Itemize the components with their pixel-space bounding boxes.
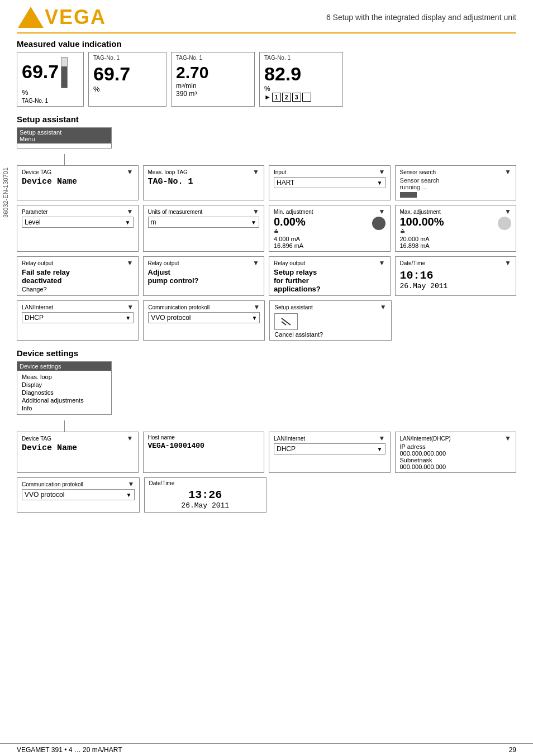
comm-protocol-setup-dropdown[interactable]: VVO protocol ▼ — [148, 312, 260, 323]
units-dropdown[interactable]: m ▼ — [148, 217, 260, 228]
icon-row-4: ► 1 2 3 — [264, 93, 338, 102]
unit-2: % — [93, 85, 161, 93]
lan-internet-dhcp-card[interactable]: LAN/Internet(DHCP) ▼ IP adress 000.000.0… — [395, 432, 517, 473]
measured-value-section: Measured value indication 69.7 % TAG-No.… — [17, 39, 516, 107]
tag-no-1: TAG-No. 1 — [22, 98, 79, 104]
menu-item-info[interactable]: Info — [22, 404, 107, 412]
measured-box-3: TAG-No. 1 2.70 m³/min 390 m³ — [171, 52, 255, 107]
arrow-icon-device-tag-settings: ▼ — [127, 434, 134, 442]
meas-loop-tag-value: TAG-No. 1 — [148, 177, 260, 186]
arrow-icon-input: ▼ — [379, 168, 386, 176]
device-settings-row-1: Device TAG ▼ Device Name Host name VEGA-… — [17, 432, 516, 473]
device-tag-card[interactable]: Device TAG ▼ Device Name — [17, 165, 139, 200]
relay-output-2-value: Adjustpump control? — [148, 268, 260, 285]
vega-logo-icon — [17, 6, 45, 29]
date-time-settings-value: 13:26 — [149, 489, 262, 501]
arrow-icon-comm-settings: ▼ — [128, 480, 135, 488]
input-dropdown[interactable]: HART ▼ — [274, 177, 386, 188]
sub-unit-3: 390 m³ — [176, 90, 250, 98]
relay-output-1-sub: Change? — [22, 286, 134, 293]
min-adj-sub2: 4.000 mA — [274, 236, 306, 242]
footer-right: 29 — [509, 746, 516, 754]
relay-output-2-label: Relay output ▼ — [148, 259, 260, 267]
empty-box-icon — [302, 93, 311, 102]
menu-item-additional[interactable]: Additional adjustments — [22, 396, 107, 404]
lan-internet-setup-dropdown[interactable]: DHCP ▼ — [22, 312, 134, 323]
max-adjustment-card[interactable]: Max. adjustment ▼ 100.00% ≙ 20.000 mA 16… — [395, 205, 517, 252]
date-time-settings-card[interactable]: Date/Time 13:26 26.May 2011 — [144, 477, 267, 513]
sensor-search-card[interactable]: Sensor search ▼ Sensor searchrunning ... — [395, 165, 517, 200]
relay-output-3-card[interactable]: Relay output ▼ Setup relaysfor furtherap… — [269, 256, 391, 296]
comm-protocol-settings-label: Communication protokoll ▼ — [22, 480, 135, 488]
arrow-icon-lan-settings: ▼ — [379, 434, 386, 442]
arrow-icon-cancel-assistant: ▼ — [380, 303, 387, 311]
dropdown-arrow-lan-setup: ▼ — [125, 315, 131, 321]
sensor-search-bar — [400, 192, 417, 198]
relay-output-1-card[interactable]: Relay output ▼ Fail safe relaydeactivate… — [17, 256, 139, 296]
date-time-1-label: Date/Time ▼ — [400, 259, 512, 267]
device-settings-menu-box[interactable]: Device settings Meas. loop Display Diagn… — [17, 361, 112, 415]
value-2: 69.7 — [93, 63, 161, 85]
cancel-assistant-content — [274, 313, 386, 330]
comm-protocol-settings-dropdown[interactable]: VVO protocol ▼ — [22, 489, 135, 500]
setup-row-1: Device TAG ▼ Device Name Meas. loop TAG … — [17, 165, 516, 200]
device-settings-menu-header: Device settings — [17, 362, 111, 371]
arrow-icon-comm-setup: ▼ — [253, 303, 260, 311]
device-tag-value: Device Name — [22, 177, 134, 186]
arrow-icon-device-tag: ▼ — [127, 168, 134, 176]
setup-row-3: Relay output ▼ Fail safe relaydeactivate… — [17, 256, 516, 296]
lan-internet-settings-card[interactable]: LAN/Internet ▼ DHCP ▼ — [269, 432, 391, 473]
bar-indicator-1 — [61, 57, 68, 88]
date-time-settings-label: Date/Time — [149, 480, 262, 486]
arrow-icon-relay-1: ▼ — [127, 259, 134, 267]
cancel-btn[interactable] — [274, 313, 298, 330]
date-time-card-1[interactable]: Date/Time ▼ 10:16 26.May 2011 — [395, 256, 517, 296]
meas-loop-tag-label: Meas. loop TAG ▼ — [148, 168, 260, 176]
dropdown-arrow-lan-settings: ▼ — [377, 446, 383, 452]
arrow-icon-min-adj: ▼ — [379, 208, 386, 216]
lan-internet-setup-card[interactable]: LAN/Internet ▼ DHCP ▼ — [17, 300, 139, 341]
parameter-dropdown[interactable]: Level ▼ — [22, 217, 134, 228]
units-label: Units of measurement ▼ — [148, 208, 260, 216]
meas-loop-tag-card[interactable]: Meas. loop TAG ▼ TAG-No. 1 — [143, 165, 265, 200]
comm-protocol-settings-value: VVO protocol — [25, 491, 64, 499]
lan-internet-settings-dropdown[interactable]: DHCP ▼ — [274, 443, 386, 454]
menu-item-meas-loop[interactable]: Meas. loop — [22, 373, 107, 381]
device-tag-settings-card[interactable]: Device TAG ▼ Device Name — [17, 432, 139, 473]
host-name-card[interactable]: Host name VEGA-10001400 — [143, 432, 265, 473]
svg-marker-0 — [18, 7, 44, 28]
menu-item-diagnostics[interactable]: Diagnostics — [22, 389, 107, 396]
min-adjustment-card[interactable]: Min. adjustment ▼ 0.00% ≙ 4.000 mA 16.89… — [269, 205, 391, 252]
cancel-assistant-card[interactable]: Setup assistant ▼ Cancel assistant? — [269, 300, 391, 341]
measured-box-1: 69.7 % TAG-No. 1 — [17, 52, 84, 107]
lan-internet-setup-label: LAN/Internet ▼ — [22, 303, 134, 311]
bar-fill-1 — [61, 66, 67, 88]
unit-3: m³/min — [176, 82, 250, 90]
host-name-value: VEGA-10001400 — [148, 442, 260, 450]
comm-protocol-setup-label: Communication protokoll ▼ — [148, 303, 260, 311]
menu-item-display[interactable]: Display — [22, 381, 107, 389]
measured-box-4: TAG-No. 1 82.9 % ► 1 2 3 — [259, 52, 343, 107]
dropdown-arrow-input: ▼ — [377, 180, 383, 186]
setup-menu-box[interactable]: Setup assistantMenu — [17, 127, 112, 149]
comm-protocol-setup-card[interactable]: Communication protokoll ▼ VVO protocol ▼ — [143, 300, 265, 341]
arrow-icon-meas-loop: ▼ — [253, 168, 259, 176]
relay-output-2-card[interactable]: Relay output ▼ Adjustpump control? — [143, 256, 265, 296]
relay-output-1-value: Fail safe relaydeactivated — [22, 268, 134, 285]
tag-label-3: TAG-No. 1 — [176, 55, 250, 61]
min-adj-value: 0.00% — [274, 216, 306, 228]
logo-text: VEGA — [45, 6, 106, 29]
num-3-icon: 3 — [292, 93, 301, 102]
value-4: 82.9 — [264, 63, 338, 85]
parameter-card[interactable]: Parameter ▼ Level ▼ — [17, 205, 139, 252]
svg-line-2 — [282, 322, 286, 325]
arrow-icon-sensor-search: ▼ — [505, 168, 511, 176]
input-value: HART — [277, 179, 294, 186]
comm-protocol-settings-card[interactable]: Communication protokoll ▼ VVO protocol ▼ — [17, 477, 140, 513]
value-1: 69.7 — [22, 61, 59, 83]
date-time-1-value: 10:16 — [400, 269, 512, 282]
units-card[interactable]: Units of measurement ▼ m ▼ — [143, 205, 265, 252]
measured-value-title: Measured value indication — [17, 39, 516, 49]
unit-1: % — [22, 88, 79, 97]
input-card[interactable]: Input ▼ HART ▼ — [269, 165, 391, 200]
